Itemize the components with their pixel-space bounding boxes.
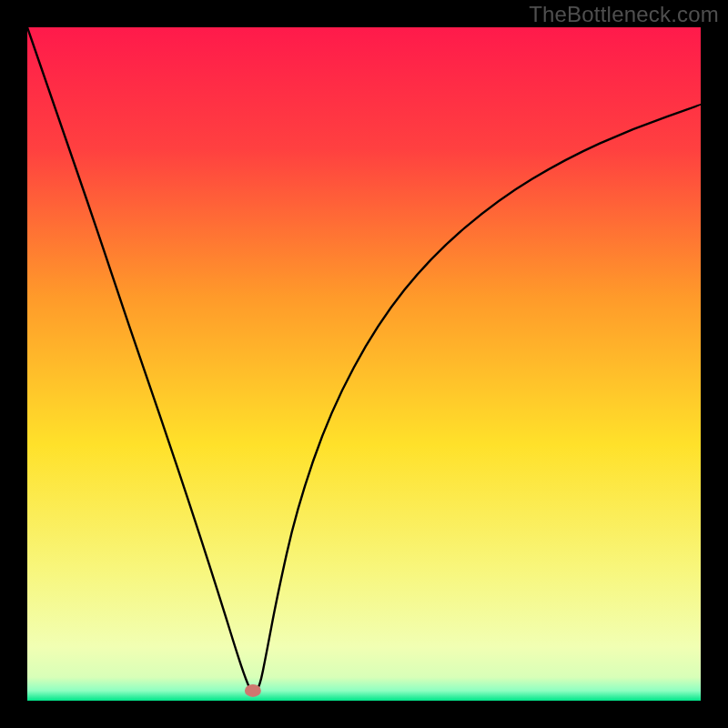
plot-area — [27, 27, 701, 701]
gradient-background — [27, 27, 701, 701]
optimum-marker — [245, 684, 261, 697]
chart-frame: TheBottleneck.com — [0, 0, 728, 728]
plot-svg — [27, 27, 701, 701]
watermark-text: TheBottleneck.com — [529, 2, 719, 27]
